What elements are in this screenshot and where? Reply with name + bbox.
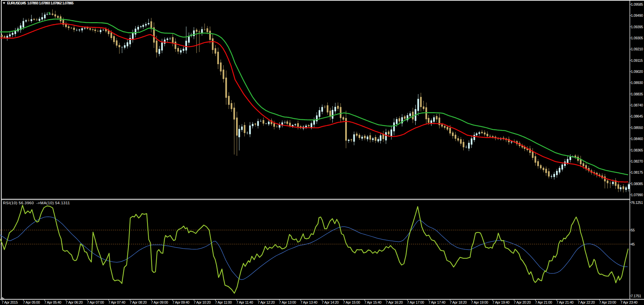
svg-text:1.09115: 1.09115 <box>631 58 643 62</box>
svg-text:7 Apr 09:00: 7 Apr 09:00 <box>151 300 168 304</box>
svg-text:RSI(10) 56.3960 ->MA(10) 54.1: RSI(10) 56.3960 ->MA(10) 54.1311 <box>3 201 70 205</box>
svg-text:7 Apr 19:00: 7 Apr 19:00 <box>471 300 488 304</box>
svg-text:1.08550: 1.08550 <box>631 126 643 130</box>
svg-text:1.08835: 1.08835 <box>631 92 643 96</box>
svg-text:1.09585: 1.09585 <box>631 2 643 6</box>
svg-text:7 Apr 12:20: 7 Apr 12:20 <box>258 300 275 304</box>
svg-text:76.1251: 76.1251 <box>631 201 643 205</box>
svg-text:7 Apr 23:40: 7 Apr 23:40 <box>620 300 638 304</box>
svg-text:1.09305: 1.09305 <box>631 36 643 40</box>
svg-text:7 Apr 23:00: 7 Apr 23:00 <box>599 300 616 304</box>
svg-text:1.09020: 1.09020 <box>631 70 643 74</box>
svg-text:7 Apr 11:00: 7 Apr 11:00 <box>215 300 232 304</box>
svg-text:7 Apr 21:00: 7 Apr 21:00 <box>535 300 552 304</box>
svg-text:7 Apr 13:40: 7 Apr 13:40 <box>301 300 318 304</box>
svg-text:7 Apr 07:40: 7 Apr 07:40 <box>108 300 126 304</box>
svg-text:1.08175: 1.08175 <box>631 170 643 174</box>
svg-text:1.08740: 1.08740 <box>631 103 643 107</box>
svg-text:1.08365: 1.08365 <box>631 148 643 152</box>
svg-text:1.08270: 1.08270 <box>631 159 643 163</box>
svg-text:EURUSD,M5 1.07893 1.07893 1.0: EURUSD,M5 1.07893 1.07893 1.07862 1.0786… <box>7 1 74 5</box>
svg-text:7 Apr 10:20: 7 Apr 10:20 <box>194 300 211 304</box>
svg-text:7 Apr 17:40: 7 Apr 17:40 <box>428 300 446 304</box>
svg-text:1.08460: 1.08460 <box>631 137 643 141</box>
svg-text:7 Apr 15:40: 7 Apr 15:40 <box>364 300 381 304</box>
svg-text:1.08645: 1.08645 <box>631 114 643 118</box>
svg-text:1.09395: 1.09395 <box>631 25 643 29</box>
svg-text:1.07990: 1.07990 <box>631 193 643 197</box>
svg-text:55: 55 <box>631 228 635 232</box>
svg-text:45: 45 <box>631 242 635 246</box>
svg-text:7 Apr 05:00: 7 Apr 05:00 <box>23 300 40 304</box>
svg-text:1.08085: 1.08085 <box>631 182 643 186</box>
svg-text:1.09490: 1.09490 <box>631 13 643 17</box>
svg-text:7 Apr 18:20: 7 Apr 18:20 <box>450 300 467 304</box>
svg-text:7 Apr 09:40: 7 Apr 09:40 <box>172 300 189 304</box>
svg-text:7 Apr 05:40: 7 Apr 05:40 <box>44 300 61 304</box>
svg-text:7 Apr 14:20: 7 Apr 14:20 <box>322 300 339 304</box>
svg-text:7 Apr 20:20: 7 Apr 20:20 <box>514 300 531 304</box>
svg-text:7 Apr 15:00: 7 Apr 15:00 <box>343 300 360 304</box>
svg-text:T: T <box>48 11 50 15</box>
svg-text:7 Apr 13:00: 7 Apr 13:00 <box>279 300 296 304</box>
svg-text:7 Apr 16:20: 7 Apr 16:20 <box>386 300 403 304</box>
svg-text:1.09210: 1.09210 <box>631 47 643 51</box>
svg-text:7 Apr 11:40: 7 Apr 11:40 <box>236 300 253 304</box>
svg-text:7 Apr 2015: 7 Apr 2015 <box>2 300 18 304</box>
svg-text:1.08930: 1.08930 <box>631 81 643 85</box>
svg-text:7 Apr 06:20: 7 Apr 06:20 <box>66 300 83 304</box>
svg-text:7 Apr 07:00: 7 Apr 07:00 <box>87 300 104 304</box>
svg-text:7 Apr 19:40: 7 Apr 19:40 <box>493 300 510 304</box>
svg-text:7 Apr 17:00: 7 Apr 17:00 <box>407 300 424 304</box>
svg-text:7 Apr 21:40: 7 Apr 21:40 <box>556 300 573 304</box>
svg-text:7.1751: 7.1751 <box>631 294 641 298</box>
svg-text:7 Apr 08:20: 7 Apr 08:20 <box>130 300 147 304</box>
svg-text:7 Apr 22:20: 7 Apr 22:20 <box>578 300 595 304</box>
